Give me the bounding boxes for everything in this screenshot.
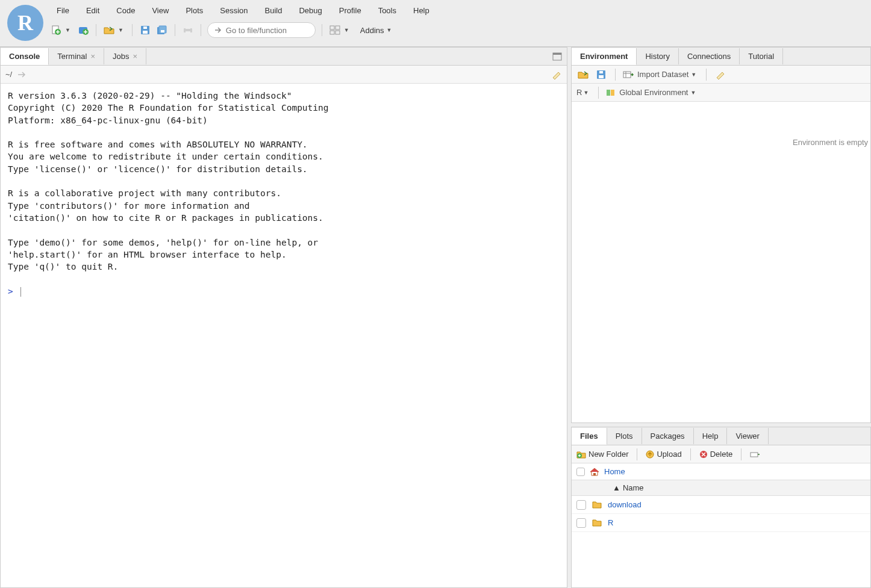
svg-rect-12	[186, 31, 190, 34]
svg-rect-25	[607, 90, 610, 96]
close-icon[interactable]: ×	[90, 52, 95, 61]
svg-rect-6	[143, 26, 147, 29]
open-file-button[interactable]	[102, 23, 116, 37]
file-row[interactable]: download	[572, 496, 870, 514]
svg-rect-21	[599, 71, 603, 73]
send-to-source-icon[interactable]	[17, 71, 27, 78]
folder-icon	[592, 501, 602, 509]
tab-tutorial[interactable]: Tutorial	[740, 48, 783, 64]
menu-plots[interactable]: Plots	[178, 4, 210, 17]
svg-rect-30	[751, 453, 758, 457]
working-directory[interactable]: ~/	[5, 70, 12, 79]
delete-icon	[699, 450, 708, 459]
svg-rect-14	[336, 26, 340, 29]
svg-rect-15	[330, 31, 334, 34]
save-button[interactable]	[139, 23, 152, 37]
upload-button[interactable]: Upload	[646, 450, 681, 459]
console-subbar: ~/	[1, 66, 567, 84]
menu-edit[interactable]: Edit	[79, 4, 107, 17]
pane-window-icon[interactable]	[552, 52, 562, 61]
chevron-down-icon[interactable]: ▼	[65, 27, 70, 33]
breadcrumb-home[interactable]: Home	[604, 467, 625, 476]
new-project-button[interactable]	[76, 23, 90, 37]
close-icon[interactable]: ×	[133, 52, 137, 61]
env-toolbar: Import Dataset ▼	[572, 66, 870, 84]
home-icon[interactable]	[590, 468, 599, 476]
print-button[interactable]	[181, 23, 195, 37]
grid-button[interactable]	[328, 23, 342, 37]
breadcrumb-checkbox[interactable]	[576, 468, 585, 476]
tab-jobs[interactable]: Jobs×	[104, 48, 146, 64]
svg-rect-5	[143, 31, 148, 34]
addins-label: Addins	[360, 26, 384, 35]
chevron-down-icon: ▼	[583, 90, 588, 96]
file-checkbox[interactable]	[576, 500, 586, 510]
clear-console-icon[interactable]	[551, 69, 562, 80]
files-list: download R	[572, 496, 870, 532]
chevron-down-icon: ▼	[690, 90, 696, 96]
files-header-name[interactable]: ▲ Name	[596, 483, 866, 492]
save-all-button[interactable]	[155, 23, 169, 37]
tab-plots[interactable]: Plots	[607, 428, 642, 444]
console-tabbar: Console Terminal× Jobs×	[1, 48, 567, 66]
files-header: ▲ Name	[572, 480, 870, 496]
tab-help[interactable]: Help	[694, 428, 728, 444]
svg-rect-26	[611, 90, 614, 96]
tab-console[interactable]: Console	[1, 48, 49, 65]
file-name[interactable]: R	[608, 518, 613, 527]
chevron-down-icon: ▼	[387, 27, 392, 33]
goto-file-placeholder: Go to file/function	[226, 26, 287, 35]
topbar: R File Edit Code View Plots Session Buil…	[0, 0, 871, 47]
tab-history[interactable]: History	[637, 48, 678, 64]
files-tabbar: Files Plots Packages Help Viewer	[572, 427, 870, 445]
chevron-down-icon[interactable]: ▼	[118, 27, 123, 33]
tab-environment[interactable]: Environment	[572, 48, 637, 65]
svg-rect-18	[553, 53, 561, 55]
menu-build[interactable]: Build	[258, 4, 290, 17]
files-toolbar: New Folder Upload Delete	[572, 445, 870, 463]
svg-rect-11	[186, 26, 190, 29]
load-workspace-icon[interactable]	[576, 68, 590, 81]
import-dataset-button[interactable]: Import Dataset ▼	[623, 70, 699, 79]
svg-rect-9	[161, 30, 164, 32]
svg-rect-31	[593, 473, 596, 475]
tab-files[interactable]: Files	[572, 428, 607, 445]
menu-tools[interactable]: Tools	[371, 4, 404, 17]
new-folder-button[interactable]: New Folder	[576, 450, 628, 459]
env-tabbar: Environment History Connections Tutorial	[572, 48, 870, 66]
tab-viewer[interactable]: Viewer	[727, 428, 769, 444]
svg-rect-20	[599, 75, 604, 78]
delete-button[interactable]: Delete	[699, 450, 733, 459]
rename-button[interactable]	[750, 450, 760, 459]
main-menubar: File Edit Code View Plots Session Build …	[49, 1, 867, 21]
clear-workspace-icon[interactable]	[714, 68, 727, 81]
tab-terminal[interactable]: Terminal×	[49, 48, 104, 64]
scope-icon	[606, 88, 616, 97]
menu-help[interactable]: Help	[406, 4, 437, 17]
file-checkbox[interactable]	[576, 518, 586, 528]
svg-rect-16	[336, 31, 340, 34]
menu-file[interactable]: File	[49, 4, 76, 17]
goto-file-input[interactable]: Go to file/function	[207, 22, 316, 38]
menu-profile[interactable]: Profile	[332, 4, 369, 17]
environment-empty: Environment is empty	[572, 102, 870, 422]
menu-view[interactable]: View	[145, 4, 176, 17]
new-file-button[interactable]	[49, 23, 63, 37]
file-row[interactable]: R	[572, 514, 870, 532]
addins-menu[interactable]: Addins ▼	[355, 25, 399, 36]
menu-debug[interactable]: Debug	[292, 4, 329, 17]
sort-asc-icon: ▲	[613, 483, 620, 492]
console-output[interactable]: R version 3.6.3 (2020-02-29) -- "Holding…	[1, 84, 567, 587]
menu-session[interactable]: Session	[213, 4, 255, 17]
env-language-selector[interactable]: R ▼	[576, 88, 591, 97]
tab-packages[interactable]: Packages	[642, 428, 694, 444]
chevron-down-icon[interactable]: ▼	[344, 27, 349, 33]
goto-arrow-icon	[214, 26, 222, 34]
folder-icon	[592, 519, 602, 527]
file-name[interactable]: download	[608, 500, 642, 509]
env-scope-selector[interactable]: Global Environment ▼	[606, 88, 698, 97]
save-workspace-icon[interactable]	[595, 68, 608, 81]
tab-connections[interactable]: Connections	[679, 48, 740, 64]
upload-icon	[646, 450, 654, 459]
menu-code[interactable]: Code	[109, 4, 142, 17]
